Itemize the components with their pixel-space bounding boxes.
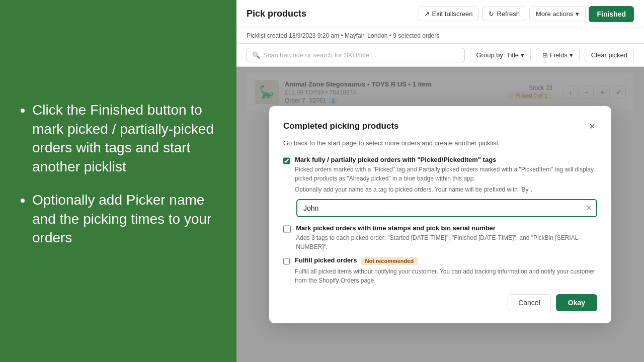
checkbox-2-content: Mark picked orders with time stamps and …	[296, 224, 597, 251]
checkbox-3-label: Fulfill picked orders	[295, 256, 357, 264]
refresh-button[interactable]: ↻ Refresh	[482, 7, 526, 21]
bullet-item-1: Click the Finished button to mark picked…	[32, 101, 218, 176]
fullscreen-icon: ↗	[424, 10, 430, 18]
checkbox-2[interactable]	[283, 225, 291, 233]
checkbox-3-content: Fulfill picked orders Not recommended Fu…	[295, 256, 597, 285]
exit-fullscreen-button[interactable]: ↗ Exit fullscreen	[418, 7, 479, 21]
picker-name-input[interactable]	[296, 199, 597, 217]
name-input-wrap: ✕	[296, 199, 597, 217]
modal-close-button[interactable]: ×	[587, 120, 597, 132]
checkbox-2-label: Mark picked orders with time stamps and …	[296, 224, 597, 232]
checkbox-1-label: Mark fully / partially picked orders wit…	[295, 156, 597, 163]
modal-header: Completed picking products ×	[283, 120, 597, 132]
chevron-down-icon: ▾	[521, 51, 524, 59]
toolbar: 🔍 Scan barcode or search for SKU/title .…	[236, 44, 644, 67]
left-panel: Click the Finished button to mark picked…	[0, 0, 236, 362]
not-recommended-badge: Not recommended	[361, 257, 418, 265]
modal-overlay: Completed picking products × Go back to …	[236, 67, 644, 362]
page-title: Pick products	[247, 9, 306, 19]
checkbox-1-desc: Picked orders marked with a "Picked" tag…	[295, 165, 597, 183]
name-input-clear-button[interactable]: ✕	[586, 204, 592, 212]
checkbox-1-content: Mark fully / partially picked orders wit…	[295, 156, 597, 194]
fields-button[interactable]: ⊞ Fields ▾	[536, 48, 580, 62]
modal-title: Completed picking products	[283, 121, 399, 131]
checkbox-3-desc: Fulfill all picked items without notifyi…	[295, 267, 597, 285]
right-panel: Pick products ↗ Exit fullscreen ↻ Refres…	[236, 0, 644, 362]
chevron-down-icon: ▾	[570, 51, 573, 59]
sub-header: Picklist created 18/9/2023 9:20 am • May…	[236, 28, 644, 44]
checkbox-row-2: Mark picked orders with time stamps and …	[283, 224, 597, 251]
checkbox-1[interactable]	[283, 157, 290, 165]
cancel-button[interactable]: Cancel	[508, 294, 551, 311]
modal-footer: Cancel Okay	[283, 294, 597, 311]
finished-button[interactable]: Finished	[589, 6, 634, 22]
name-input-row: ✕	[296, 199, 597, 217]
checkbox-2-desc: Adds 3 tags to each picked order: "Start…	[296, 233, 597, 251]
modal-subtitle: Go back to the start page to select more…	[283, 139, 597, 147]
fields-icon: ⊞	[542, 51, 548, 59]
okay-button[interactable]: Okay	[556, 294, 597, 311]
bullet-list: Click the Finished button to mark picked…	[18, 101, 218, 262]
checkbox-row-1: Mark fully / partially picked orders wit…	[283, 156, 597, 194]
search-bar[interactable]: 🔍 Scan barcode or search for SKU/title .…	[247, 48, 465, 62]
top-bar-actions: ↗ Exit fullscreen ↻ Refresh More actions…	[418, 6, 634, 22]
checkbox-1-desc2: Optionally add your name as a tag to pic…	[295, 185, 597, 194]
clear-picked-button[interactable]: Clear picked	[585, 48, 634, 62]
group-by-button[interactable]: Group by: Title ▾	[470, 48, 531, 62]
more-actions-button[interactable]: More actions ▾	[529, 7, 586, 21]
modal: Completed picking products × Go back to …	[269, 106, 611, 323]
content-area: 🦕 Animal Zone Stegosaurus • TOYS R US • …	[236, 67, 644, 362]
refresh-icon: ↻	[489, 10, 494, 18]
chevron-down-icon: ▾	[576, 10, 579, 18]
checkbox-row-3: Fulfill picked orders Not recommended Fu…	[283, 256, 597, 285]
bullet-item-2: Optionally add Picker name and the picki…	[32, 191, 218, 247]
search-icon: 🔍	[252, 51, 260, 59]
checkbox-3[interactable]	[283, 257, 290, 265]
top-bar: Pick products ↗ Exit fullscreen ↻ Refres…	[236, 0, 644, 28]
